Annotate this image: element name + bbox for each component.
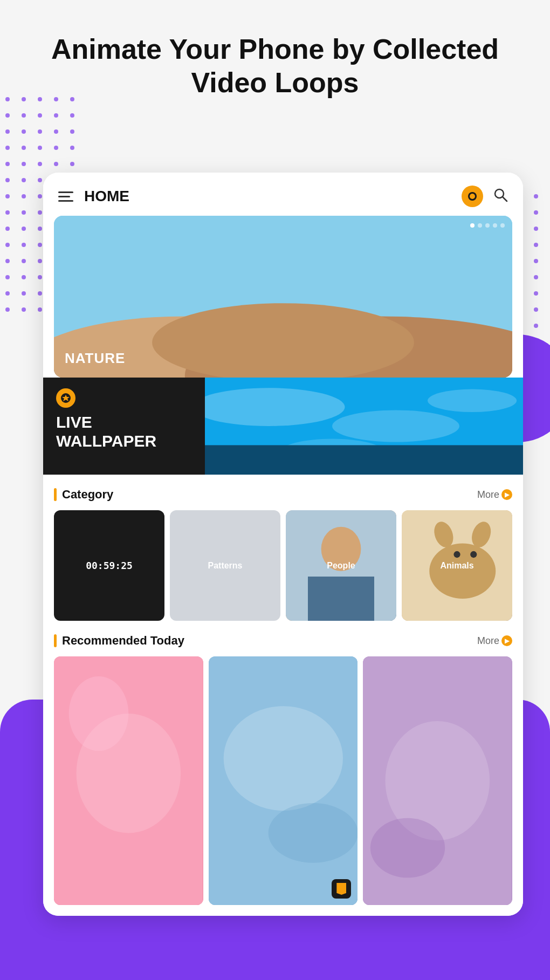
recommended-item-1[interactable] [54, 656, 203, 905]
banner-dot-1[interactable] [470, 223, 475, 228]
live-wallpaper-strip[interactable]: LIVE WALLPAPER [43, 378, 523, 475]
category-people-label: People [327, 561, 355, 571]
category-more-icon: ▶ [501, 489, 512, 500]
banner-dot-5[interactable] [500, 223, 505, 228]
category-more-button[interactable]: More ▶ [477, 489, 512, 501]
svg-point-15 [428, 389, 517, 412]
category-title-bar [54, 488, 57, 501]
svg-rect-20 [308, 577, 374, 621]
category-title-text: Category [62, 488, 113, 502]
recommended-section-header: Recommended Today More ▶ [54, 621, 512, 656]
topbar-icons [462, 186, 508, 207]
phone-inner: HOME [43, 173, 523, 916]
hamburger-menu-icon[interactable] [58, 191, 73, 202]
category-patterns-label: Patterns [208, 561, 242, 571]
svg-line-3 [503, 197, 507, 201]
live-wallpaper-text2: WALLPAPER [56, 432, 192, 451]
phone-bottom-section: Category More ▶ 00:59:25 Patterns [43, 475, 523, 916]
svg-point-22 [429, 544, 496, 599]
recommended-item-3[interactable] [363, 656, 512, 905]
category-item-patterns[interactable]: Patterns [170, 510, 280, 621]
bookmark-shape [336, 883, 346, 895]
banner-pagination [470, 223, 505, 228]
banner-label: NATURE [65, 350, 125, 367]
app-title: HOME [84, 188, 462, 205]
recommended-more-label: More [477, 635, 499, 647]
svg-point-1 [470, 194, 475, 199]
svg-point-27 [470, 551, 477, 558]
recommended-more-icon: ▶ [501, 635, 512, 646]
live-wallpaper-ocean-image [205, 378, 523, 475]
category-animals-label: Animals [440, 561, 473, 571]
category-title: Category [54, 488, 113, 502]
recommended-grid [54, 656, 512, 905]
bookmark-icon[interactable] [332, 879, 351, 899]
svg-point-33 [268, 803, 358, 863]
svg-point-13 [332, 410, 459, 442]
live-badge-icon [56, 388, 75, 408]
category-item-people[interactable]: People [286, 510, 396, 621]
search-icon[interactable] [493, 187, 508, 206]
phone-mockup-card: HOME [43, 173, 523, 916]
svg-rect-16 [205, 445, 523, 475]
svg-point-36 [370, 818, 445, 878]
banner-dot-3[interactable] [485, 223, 490, 228]
app-topbar: HOME [43, 173, 523, 216]
recommended-more-button[interactable]: More ▶ [477, 635, 512, 647]
category-more-label: More [477, 489, 499, 501]
coin-icon[interactable] [462, 186, 483, 207]
recommended-title-bar [54, 634, 57, 647]
recommended-title: Recommended Today [54, 634, 184, 648]
recommended-title-text: Recommended Today [62, 634, 184, 648]
svg-point-30 [69, 676, 129, 751]
live-wallpaper-strip-area: LIVE WALLPAPER [43, 378, 523, 475]
category-timer-value: 00:59:25 [86, 560, 133, 571]
category-item-animals[interactable]: Animals [402, 510, 512, 621]
live-wallpaper-text: LIVE [56, 413, 192, 432]
banner-dot-4[interactable] [493, 223, 497, 228]
svg-point-32 [223, 706, 342, 811]
recommended-item-2[interactable] [209, 656, 358, 905]
banner-carousel[interactable]: NATURE [54, 216, 512, 378]
svg-point-26 [453, 551, 460, 558]
category-item-timer[interactable]: 00:59:25 [54, 510, 164, 621]
category-section-header: Category More ▶ [54, 475, 512, 510]
category-grid: 00:59:25 Patterns People [54, 510, 512, 621]
page-heading: Animate Your Phone by Collected Video Lo… [0, 32, 550, 100]
live-wallpaper-label-panel: LIVE WALLPAPER [43, 378, 205, 475]
banner-dot-2[interactable] [478, 223, 482, 228]
